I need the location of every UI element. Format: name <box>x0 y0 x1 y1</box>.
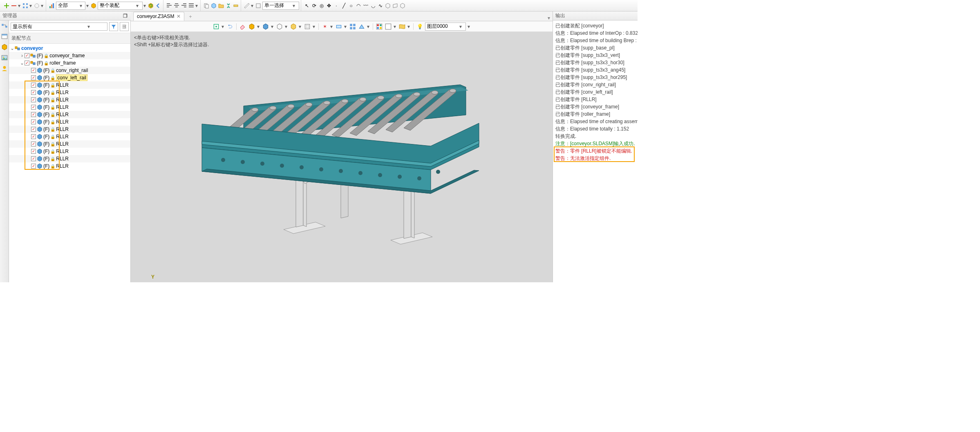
output-body[interactable]: 已创建装配 [conveyor]信息：Elapsed time of Inter… <box>553 20 638 282</box>
dropdown-arrow-icon[interactable]: ▾ <box>257 24 260 29</box>
tree-node[interactable]: (F) 🔒 conv_right_rail <box>9 67 130 74</box>
filter-funnel-button[interactable] <box>109 22 118 31</box>
tree-node[interactable]: (F) 🔒 RLLR <box>9 162 130 170</box>
grid-icon[interactable] <box>22 2 29 9</box>
copy-icon[interactable] <box>203 2 210 9</box>
material-icon[interactable] <box>398 23 406 30</box>
tree-node[interactable]: › (F) 🔒 conveyor_frame <box>9 52 130 59</box>
tree-node[interactable]: (F) 🔒 RLLR <box>9 81 130 89</box>
expander-icon[interactable]: ⌄ <box>10 45 15 51</box>
visibility-checkbox[interactable] <box>31 75 36 80</box>
line-icon[interactable]: ╱ <box>340 2 347 9</box>
align-right-icon[interactable] <box>181 2 187 9</box>
add-icon[interactable] <box>3 2 10 9</box>
cube2-icon[interactable] <box>385 2 391 9</box>
selection-mode-combo[interactable]: 单一选择 ▾ <box>262 2 299 10</box>
wave-icon[interactable]: ∿ <box>377 2 384 9</box>
tree-node[interactable]: (F) 🔒 RLLR <box>9 140 130 148</box>
axis-icon[interactable]: ✶ <box>321 23 329 30</box>
visibility-checkbox[interactable] <box>31 164 36 169</box>
align-justify-icon[interactable] <box>188 2 195 9</box>
visibility-checkbox[interactable] <box>31 112 36 117</box>
remove-icon[interactable] <box>11 2 17 9</box>
3d-viewport[interactable]: <单击右键>环境相关选项. <Shift +鼠标右键>显示选择过滤器. Y <box>131 32 553 282</box>
wireframe-icon[interactable] <box>276 23 283 30</box>
user-icon[interactable] <box>1 65 8 72</box>
tree-node[interactable]: (F) 🔒 RLLR <box>9 133 130 140</box>
view-cube-icon[interactable] <box>304 23 311 30</box>
back-icon[interactable]: ⮌ <box>226 23 234 30</box>
show-filter-combo[interactable]: 显示所有 ▾ <box>11 22 107 31</box>
tree-view-icon[interactable] <box>1 22 8 29</box>
dropdown-arrow-icon[interactable]: ▾ <box>18 3 21 9</box>
align-left-icon[interactable] <box>166 2 172 9</box>
dropdown-arrow-icon[interactable]: ▾ <box>251 3 254 9</box>
move-icon[interactable]: ✥ <box>326 2 332 9</box>
tree-node[interactable]: (F) 🔒 RLLR <box>9 89 130 96</box>
arc-icon[interactable]: ◠ <box>355 2 362 9</box>
measure-icon[interactable] <box>233 2 239 9</box>
refresh-cube-icon[interactable] <box>148 2 154 9</box>
tree-node[interactable]: (F) 🔒 RLLR <box>9 96 130 104</box>
rotate-icon[interactable]: ⟳ <box>311 2 318 9</box>
visibility-checkbox[interactable] <box>25 61 29 65</box>
collapse-button[interactable] <box>120 22 129 31</box>
visibility-checkbox[interactable] <box>31 149 36 154</box>
tri-icon[interactable] <box>358 23 365 30</box>
dropdown-arrow-icon[interactable]: ▾ <box>313 24 316 29</box>
tree-node[interactable]: (F) 🔒 RLLR <box>9 126 130 133</box>
visibility-checkbox[interactable] <box>31 105 36 110</box>
tree-node[interactable]: (F) 🔒 RLLR <box>9 111 130 118</box>
dropdown-arrow-icon[interactable]: ▾ <box>344 24 347 29</box>
align-center-icon[interactable] <box>173 2 180 9</box>
eraser-icon[interactable] <box>239 23 246 30</box>
assembly-tree[interactable]: ⌄ conveyor › (F) 🔒 conveyor_frame ⌄ (F) … <box>9 44 130 282</box>
plane-icon[interactable] <box>335 23 342 30</box>
expander-icon[interactable]: ⌄ <box>20 60 25 66</box>
tree-node[interactable]: (F) 🔒 RLLR <box>9 118 130 126</box>
dropdown-arrow-icon[interactable]: ▾ <box>222 24 225 29</box>
dropdown-arrow-icon[interactable]: ▾ <box>299 24 302 29</box>
circle-icon[interactable] <box>34 2 40 9</box>
tree-node[interactable]: (F) 🔒 RLLR <box>9 155 130 162</box>
dropdown-arrow-icon[interactable]: ▾ <box>41 3 44 9</box>
folder-icon[interactable] <box>218 2 224 9</box>
window-icon[interactable] <box>1 33 8 40</box>
dropdown-arrow-icon[interactable]: ▾ <box>407 24 411 29</box>
point-icon[interactable]: · <box>333 2 340 9</box>
dropdown-arrow-icon[interactable]: ▾ <box>195 3 199 9</box>
bulb-icon[interactable]: 💡 <box>416 23 423 30</box>
assembly-combo[interactable]: 整个装配 ▾ <box>98 2 143 10</box>
tree-node[interactable]: (F) 🔒 RLLR <box>9 104 130 111</box>
visibility-checkbox[interactable] <box>31 134 36 139</box>
cursor3d-icon[interactable] <box>213 23 220 30</box>
picture-icon[interactable] <box>1 54 8 61</box>
dropdown-arrow-icon[interactable]: ▾ <box>143 3 147 9</box>
visibility-checkbox[interactable] <box>31 119 36 124</box>
panel-window-icon[interactable]: ❐ <box>122 13 128 19</box>
tree-node[interactable]: (F) 🔒 conv_left_rail <box>9 74 130 81</box>
visibility-checkbox[interactable] <box>31 97 36 102</box>
new-part-icon[interactable] <box>210 2 217 9</box>
tree-node[interactable]: (F) 🔒 RLLR <box>9 148 130 155</box>
visibility-checkbox[interactable] <box>31 83 36 88</box>
color-swatch-icon[interactable] <box>385 23 392 30</box>
dropdown-arrow-icon[interactable]: ▾ <box>29 3 33 9</box>
back-icon[interactable] <box>155 2 161 9</box>
pointer-icon[interactable]: ↖ <box>304 2 310 9</box>
visibility-checkbox[interactable] <box>31 68 36 73</box>
explode-icon[interactable] <box>225 2 232 9</box>
dropdown-arrow-icon[interactable]: ▾ <box>330 24 333 29</box>
visibility-checkbox[interactable] <box>31 142 36 146</box>
dropdown-arrow-icon[interactable]: ▾ <box>271 24 274 29</box>
ruler-icon[interactable] <box>244 2 250 9</box>
shaded-icon[interactable] <box>248 23 255 30</box>
expander-icon[interactable]: › <box>20 53 25 59</box>
chart-icon[interactable] <box>49 2 55 9</box>
tree-root[interactable]: ⌄ conveyor <box>9 45 130 52</box>
visibility-checkbox[interactable] <box>31 90 36 95</box>
tab-overflow-icon[interactable]: ▾ <box>548 15 550 21</box>
visibility-checkbox[interactable] <box>31 156 36 161</box>
shaded-edges-icon[interactable] <box>262 23 269 30</box>
visibility-checkbox[interactable] <box>31 127 36 132</box>
